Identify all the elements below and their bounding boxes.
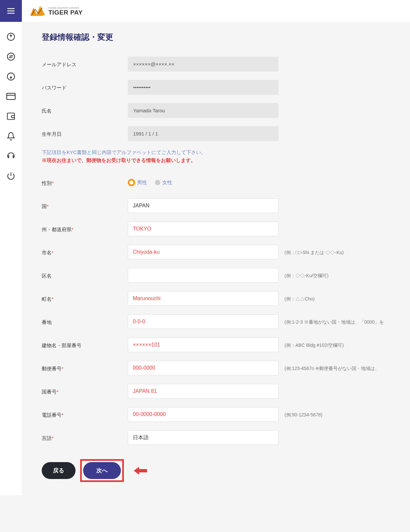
nav-bell-icon[interactable] [6,131,16,141]
brand-logo[interactable]: Global payment solution TIGER PAY [28,4,83,18]
back-button[interactable]: 戻る [42,462,76,479]
next-button[interactable]: 次へ [83,462,121,479]
header: Global payment solution TIGER PAY [22,0,410,22]
nav-wallet-icon[interactable] [6,111,16,121]
postal-label: 郵便番号 [42,366,62,371]
dialcode-label: 国番号 [42,389,57,395]
building-label: 建物名・部屋番号 [42,343,81,348]
city-label: 市名 [42,250,52,255]
gender-label: 性別 [42,180,52,186]
ward-label: 区名 [42,273,52,279]
notice-kyc: 下記項目をKYC書類と同じ内容でアルファベットにてご入力して下さい。 [42,148,397,156]
notice-address: ※現在お住まいで、郵便物をお受け取りできる情報をお願いします。 [42,156,397,164]
language-input[interactable] [128,430,279,445]
town-input[interactable] [128,291,279,306]
email-label: メールアドレス [42,60,128,68]
country-label: 国 [42,203,47,209]
postal-hint: (例:123-4567n ※郵便番号がない国・地域は、 [284,364,380,372]
country-input[interactable] [128,198,279,213]
phone-label: 電話番号 [42,412,62,418]
svg-rect-6 [7,93,15,100]
radio-unselected-icon [155,180,160,185]
phone-input[interactable] [128,407,279,422]
city-input[interactable] [128,245,279,259]
svg-rect-8 [7,113,15,120]
name-value: Yamada Tarou [128,103,279,118]
block-label: 番地 [42,319,52,325]
dob-value: 1991 / 1 / 1 [128,126,279,141]
dialcode-input[interactable] [128,384,279,399]
tiger-logo-icon [28,4,46,18]
building-hint: (例：ABC Bldg #102/空欄可) [284,341,344,348]
hamburger-icon [7,8,15,14]
email-value: ××××××@××××.×× [128,57,279,72]
nav-deposit-icon[interactable] [6,32,16,42]
nav-withdraw-icon[interactable] [6,72,16,81]
gender-female-option[interactable]: 女性 [155,180,172,186]
name-label: 氏名 [42,107,128,114]
state-label: 州・都道府県 [42,227,72,232]
nav-power-icon[interactable] [6,171,16,181]
page-title: 登録情報確認・変更 [42,32,397,42]
gender-female-label: 女性 [162,180,172,186]
gender-male-option[interactable]: 男性 [128,179,147,186]
ward-input[interactable] [128,268,279,283]
block-input[interactable] [128,314,279,329]
town-hint: (例：△△Cho) [284,295,315,302]
nav-headset-icon[interactable] [6,151,16,161]
building-input[interactable] [128,338,279,352]
ward-hint: (例：◇◇-Ku/空欄可) [284,272,329,279]
menu-toggle-button[interactable] [0,0,22,22]
gender-male-label: 男性 [137,180,147,186]
state-input[interactable] [128,222,279,236]
password-label: パスワード [42,83,128,91]
nav-card-icon[interactable] [6,91,16,101]
nav-exchange-icon[interactable] [6,52,16,62]
block-hint: (例:1-2-3 ※番地がない国・地域は、「0000」を [284,318,384,325]
postal-input[interactable] [128,361,279,375]
radio-selected-icon [128,179,135,186]
town-label: 町名 [42,296,52,302]
phone-hint: (例:90-1234-5678) [284,411,322,418]
dob-label: 生年月日 [42,130,128,137]
next-button-highlight: 次へ [80,459,124,482]
brand-name: TIGER PAY [48,9,83,16]
svg-point-4 [7,53,15,60]
sidebar [0,0,22,495]
arrow-left-icon [134,466,147,475]
city-hint: (例：□□-Shi または ◇◇-Ku) [284,248,344,256]
language-label: 言語 [42,435,52,441]
password-value: •••••••••• [128,80,279,95]
